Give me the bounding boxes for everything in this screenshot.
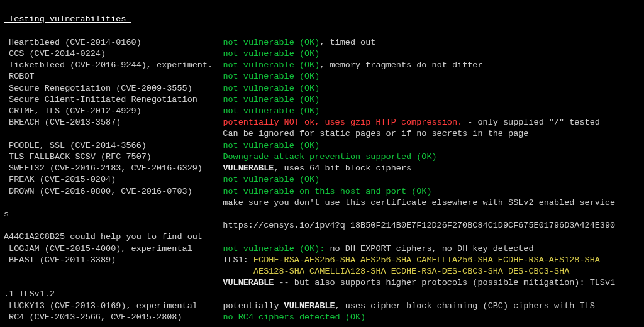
terminal-output: Testing vulnerabilities Heartbleed (CVE-…: [0, 0, 644, 327]
section-header: Testing vulnerabilities: [4, 14, 131, 24]
